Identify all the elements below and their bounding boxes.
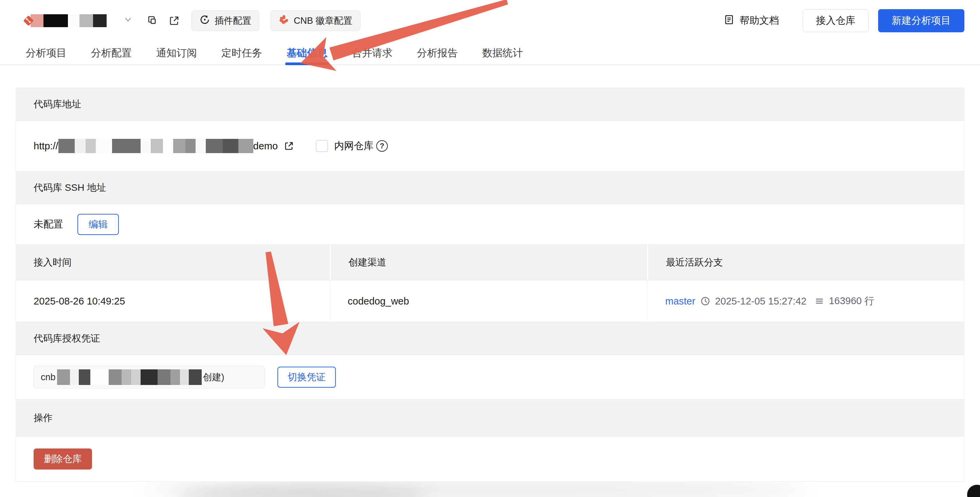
repo-url-header-label: 代码库地址: [33, 98, 81, 111]
new-analysis-project-label: 新建分析项目: [892, 14, 951, 27]
git-repo-icon: [21, 13, 36, 28]
delete-repo-button[interactable]: 删除仓库: [33, 448, 92, 470]
section-header-actions: 操作: [16, 399, 964, 437]
branch-link[interactable]: master: [665, 296, 695, 307]
section-header-repo-url: 代码库地址: [16, 87, 964, 121]
info-values-row: 2025-08-26 10:49:25 codedog_web master 2…: [16, 280, 964, 322]
repo-title-group: 插件配置 CNB 徽章配置: [21, 11, 360, 31]
topbar-actions: 帮助文档 接入仓库 新建分析项目: [723, 9, 964, 32]
section-header-ssh: 代码库 SSH 地址: [16, 171, 964, 204]
url-prefix: http://: [33, 141, 59, 152]
document-icon: [723, 14, 735, 28]
intranet-help-icon[interactable]: ?: [376, 140, 388, 152]
ssh-status-text: 未配置: [33, 218, 63, 231]
bottom-right-dark-shape: [967, 485, 980, 497]
switch-credential-button[interactable]: 切换凭证: [277, 367, 336, 388]
creation-channel-value: codedog_web: [330, 280, 647, 322]
plugin-icon: [199, 14, 210, 27]
cnb-badge-config-label: CNB 徽章配置: [294, 14, 353, 27]
redacted-repo-name: [30, 14, 107, 27]
edit-ssh-label: 编辑: [89, 218, 108, 231]
tab-analysis-projects[interactable]: 分析项目: [26, 41, 67, 65]
cnb-logo-icon: [278, 14, 289, 27]
page: { "topbar": { "plugin_config": "插件配置", "…: [0, 0, 980, 497]
new-analysis-project-button[interactable]: 新建分析项目: [878, 9, 964, 32]
credential-suffix: 创建): [203, 371, 224, 383]
credential-select[interactable]: cnb 创建): [33, 366, 264, 388]
tab-data-statistics[interactable]: 数据统计: [482, 41, 523, 65]
delete-repo-label: 删除仓库: [44, 453, 82, 465]
redacted-credential-segment: [57, 369, 202, 385]
credential-prefix: cnb: [41, 372, 56, 383]
credential-row: cnb 创建) 切换凭证: [16, 355, 964, 399]
repo-url-value: http:// demo: [33, 139, 388, 153]
credential-header-label: 代码库授权凭证: [33, 332, 100, 345]
active-branch-header: 最近活跃分支: [647, 245, 964, 280]
plugin-config-button[interactable]: 插件配置: [191, 11, 259, 31]
external-link-icon[interactable]: [169, 15, 180, 27]
copy-icon[interactable]: [147, 15, 158, 27]
tab-bar: 分析项目 分析配置 通知订阅 定时任务 基础信息 合并请求 分析报告 数据统计: [0, 41, 980, 65]
active-branch-value: master 2025-12-05 15:27:42: [647, 280, 964, 322]
plugin-config-label: 插件配置: [215, 14, 251, 27]
branch-time: 2025-12-05 15:27:42: [715, 296, 807, 307]
help-docs-label: 帮助文档: [740, 14, 779, 27]
basic-info-card: 代码库地址 http:// demo: [16, 87, 964, 482]
access-time-header: 接入时间: [16, 245, 330, 280]
ssh-row: 未配置 编辑: [16, 204, 964, 245]
intranet-repo-checkbox[interactable]: [316, 140, 328, 152]
actions-row: 删除仓库: [16, 437, 964, 481]
open-repo-external-icon[interactable]: [283, 140, 295, 152]
repo-url-row: http:// demo: [16, 121, 964, 171]
tab-analysis-reports[interactable]: 分析报告: [417, 41, 458, 65]
ssh-header-label: 代码库 SSH 地址: [33, 181, 106, 194]
actions-header-label: 操作: [33, 411, 52, 424]
section-header-info-columns: 接入时间 创建渠道 最近活跃分支: [16, 245, 964, 280]
url-suffix: demo: [253, 141, 278, 152]
tab-merge-requests[interactable]: 合并请求: [352, 41, 393, 65]
lines-count-icon: [815, 296, 824, 306]
edit-ssh-button[interactable]: 编辑: [78, 214, 119, 235]
cnb-badge-config-button[interactable]: CNB 徽章配置: [270, 11, 360, 31]
branch-line-count: 163960 行: [829, 294, 874, 308]
access-time-value: 2025-08-26 10:49:25: [16, 280, 330, 322]
top-bar: 插件配置 CNB 徽章配置: [0, 0, 980, 41]
chevron-down-icon[interactable]: [123, 14, 133, 27]
connect-repo-label: 接入仓库: [816, 14, 855, 27]
help-docs-link[interactable]: 帮助文档: [723, 14, 779, 28]
creation-channel-header: 创建渠道: [330, 245, 647, 280]
redacted-url-segment: [59, 139, 253, 153]
section-header-credential: 代码库授权凭证: [16, 322, 964, 355]
tab-analysis-config[interactable]: 分析配置: [91, 41, 132, 65]
tab-scheduled-tasks[interactable]: 定时任务: [221, 41, 262, 65]
tab-notification-subscription[interactable]: 通知订阅: [156, 41, 197, 65]
connect-repo-button[interactable]: 接入仓库: [803, 9, 869, 32]
switch-credential-label: 切换凭证: [288, 371, 326, 384]
clock-icon: [700, 296, 710, 306]
tab-basic-info-active[interactable]: 基础信息: [286, 41, 327, 65]
intranet-repo-label: 内网仓库: [334, 139, 374, 153]
